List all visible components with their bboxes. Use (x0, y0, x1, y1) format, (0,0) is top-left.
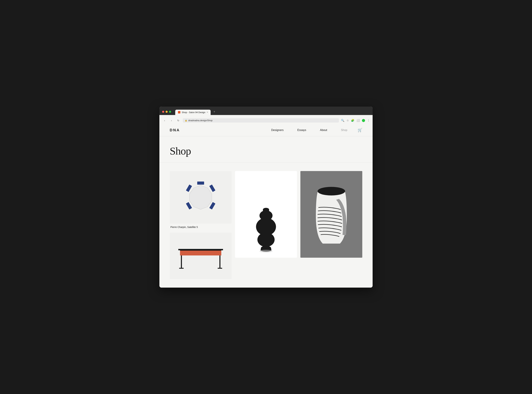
product-column-2 (235, 171, 297, 279)
page-hero: Shop (159, 136, 373, 162)
svg-rect-12 (218, 268, 222, 269)
tab-bar: Shop - Salon 94 Design × + (175, 109, 217, 115)
site-content: DNA Designers Essays About Shop 🛒 Shop (159, 124, 373, 288)
satellite-visual (170, 171, 232, 224)
profile-button[interactable] (362, 119, 365, 122)
site-logo[interactable]: DNA (170, 128, 180, 132)
svg-marker-0 (189, 185, 212, 209)
cart-icon[interactable]: 🛒 (358, 128, 362, 132)
black-vase-visual (235, 171, 297, 258)
address-bar[interactable]: 🔒 dnadnadna.design/Shop (183, 118, 339, 123)
minimize-window-button[interactable] (166, 111, 168, 113)
table-svg (177, 242, 225, 270)
page-title: Shop (170, 145, 362, 157)
product-column-3 (300, 171, 362, 279)
browser-controls: Shop - Salon 94 Design × + (162, 109, 370, 115)
svg-rect-8 (180, 250, 221, 251)
svg-rect-1 (197, 181, 204, 185)
striped-vase-visual (300, 171, 362, 258)
tab-title: Shop - Salon 94 Design (182, 111, 205, 114)
svg-rect-2 (209, 184, 215, 192)
product-black-vase[interactable] (235, 171, 297, 258)
back-button[interactable]: ‹ (162, 118, 167, 123)
url-text: dnadnadna.design/Shop (188, 119, 213, 122)
svg-rect-7 (180, 250, 221, 255)
svg-rect-6 (178, 249, 223, 250)
products-grid: Pierre Charpin, Satellite 5 (170, 171, 362, 279)
new-tab-button[interactable]: + (211, 109, 217, 115)
product-column-1: Pierre Charpin, Satellite 5 (170, 171, 232, 279)
refresh-button[interactable]: ↻ (176, 118, 181, 123)
product-image-table (170, 233, 232, 279)
svg-point-22 (318, 187, 345, 196)
product-table[interactable] (170, 233, 232, 279)
satellite-svg (182, 180, 219, 215)
bookmark-icon[interactable]: ☆ (346, 119, 349, 122)
split-view-icon[interactable]: ⬜ (356, 119, 360, 122)
active-tab[interactable]: Shop - Salon 94 Design × (175, 110, 211, 115)
site-navigation: DNA Designers Essays About Shop 🛒 (159, 124, 373, 136)
nav-shop[interactable]: Shop (341, 129, 347, 132)
product-label-satellite: Pierre Charpin, Satellite 5 (170, 224, 232, 229)
nav-designers[interactable]: Designers (271, 129, 284, 132)
products-section: Pierre Charpin, Satellite 5 (159, 162, 373, 288)
svg-point-21 (260, 250, 272, 253)
product-image-striped-vase (300, 171, 362, 258)
extensions-icon[interactable]: 🧩 (351, 119, 354, 122)
product-striped-vase[interactable] (300, 171, 362, 258)
search-icon[interactable]: 🔍 (341, 119, 344, 122)
svg-rect-5 (186, 184, 192, 192)
browser-toolbar: ‹ › ↻ 🔒 dnadnadna.design/Shop 🔍 ☆ 🧩 ⬜ ⋮ (159, 117, 373, 124)
svg-rect-11 (179, 268, 184, 269)
forward-button[interactable]: › (169, 118, 174, 123)
svg-rect-9 (181, 255, 182, 268)
nav-links: Designers Essays About Shop (271, 129, 347, 132)
nav-essays[interactable]: Essays (297, 129, 306, 132)
fullscreen-window-button[interactable] (169, 111, 171, 113)
product-satellite[interactable]: Pierre Charpin, Satellite 5 (170, 171, 232, 229)
menu-icon[interactable]: ⋮ (367, 119, 370, 122)
browser-window: Shop - Salon 94 Design × + ‹ › ↻ 🔒 dnadn… (159, 107, 373, 288)
product-image-satellite (170, 171, 232, 224)
lock-icon: 🔒 (185, 119, 187, 122)
striped-vase-svg (309, 182, 354, 247)
browser-chrome: Shop - Salon 94 Design × + (159, 107, 373, 115)
tab-favicon (178, 111, 180, 114)
tab-close-button[interactable]: × (207, 111, 208, 114)
nav-about[interactable]: About (320, 129, 327, 132)
product-image-black-vase (235, 171, 297, 258)
black-vase-svg (251, 204, 281, 254)
close-window-button[interactable] (162, 111, 164, 113)
toolbar-icons: 🔍 ☆ 🧩 ⬜ ⋮ (341, 119, 370, 122)
svg-rect-10 (219, 255, 220, 268)
table-visual (170, 233, 232, 279)
svg-point-17 (257, 232, 275, 247)
